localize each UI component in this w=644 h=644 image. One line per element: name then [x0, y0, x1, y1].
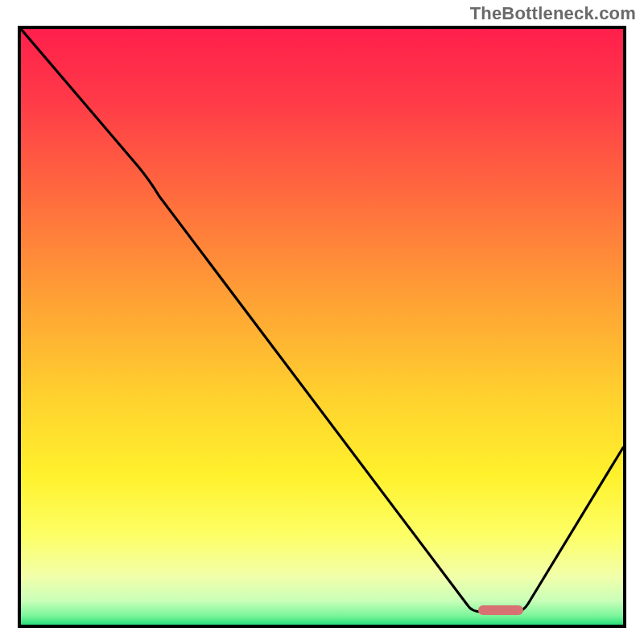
- plot-area: [18, 26, 626, 628]
- optimal-range-marker: [478, 605, 523, 615]
- chart-frame: TheBottleneck.com: [0, 0, 644, 644]
- watermark-text: TheBottleneck.com: [470, 3, 636, 24]
- bottleneck-curve: [21, 29, 623, 625]
